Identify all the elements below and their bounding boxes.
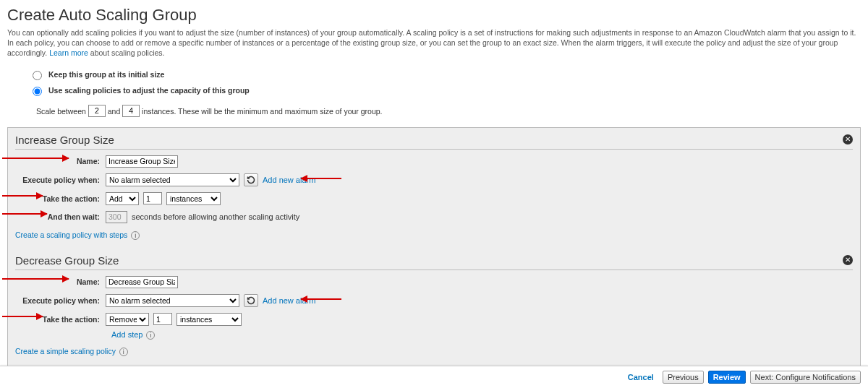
- scale-suffix: instances. These will be the minimum and…: [142, 106, 382, 115]
- cancel-button[interactable]: Cancel: [628, 373, 654, 381]
- decrease-panel-title: Decrease Group Size: [15, 254, 119, 267]
- refresh-icon[interactable]: [244, 294, 258, 307]
- radio-use-label: Use scaling policies to adjust the capac…: [48, 86, 250, 95]
- scale-max-input[interactable]: [122, 105, 140, 117]
- increase-action-unit-select[interactable]: instances: [166, 192, 221, 205]
- previous-button[interactable]: Previous: [663, 371, 704, 384]
- annotation-arrow: [301, 298, 341, 300]
- annotation-arrow: [2, 213, 47, 215]
- decrease-action-op-select[interactable]: Remove: [106, 313, 149, 326]
- annotation-arrow: [301, 178, 341, 179]
- review-button[interactable]: Review: [708, 371, 746, 384]
- scale-prefix: Scale between: [36, 106, 88, 115]
- decrease-action-unit-select[interactable]: instances: [176, 313, 242, 326]
- page-title: Create Auto Scaling Group: [7, 6, 861, 25]
- annotation-arrow: [2, 316, 43, 317]
- increase-panel: Increase Group Size ✕ Name: Execute poli…: [8, 128, 860, 249]
- learn-more-link[interactable]: Learn more: [49, 48, 88, 57]
- info-icon[interactable]: i: [146, 331, 155, 340]
- scale-and: and: [108, 106, 122, 115]
- info-icon[interactable]: i: [119, 348, 128, 356]
- intro-text: You can optionally add scaling policies …: [7, 27, 861, 59]
- radio-keep[interactable]: [33, 71, 42, 80]
- scale-between-row: Scale between and instances. These will …: [36, 105, 861, 117]
- annotation-arrow: [2, 195, 43, 197]
- close-icon[interactable]: ✕: [843, 134, 853, 145]
- decrease-exec-label: Execute policy when:: [15, 296, 106, 305]
- increase-alarm-select[interactable]: No alarm selected: [106, 173, 239, 186]
- increase-action-op-select[interactable]: Add: [106, 192, 139, 205]
- decrease-name-input[interactable]: [106, 276, 178, 288]
- increase-steps-link[interactable]: Create a scaling policy with steps: [15, 230, 127, 239]
- increase-name-input[interactable]: [106, 155, 178, 168]
- radio-use[interactable]: [33, 87, 42, 96]
- radio-keep-label: Keep this group at its initial size: [48, 70, 164, 79]
- wizard-footer: Cancel Previous Review Next: Configure N…: [0, 366, 868, 388]
- decrease-action-qty-input[interactable]: [153, 313, 172, 325]
- policies-container: Increase Group Size ✕ Name: Execute poli…: [7, 127, 861, 388]
- decrease-simple-link[interactable]: Create a simple scaling policy: [15, 347, 116, 355]
- decrease-add-alarm-link[interactable]: Add new alarm: [263, 296, 315, 305]
- decrease-alarm-select[interactable]: No alarm selected: [106, 294, 239, 307]
- scale-min-input[interactable]: [88, 105, 106, 117]
- annotation-arrow: [2, 158, 69, 159]
- increase-wait-input[interactable]: [106, 211, 127, 223]
- intro-text-b: about scaling policies.: [88, 48, 165, 57]
- info-icon[interactable]: i: [131, 231, 140, 240]
- refresh-icon[interactable]: [244, 173, 258, 186]
- increase-action-qty-input[interactable]: [143, 192, 162, 204]
- next-button[interactable]: Next: Configure Notifications: [750, 371, 861, 384]
- radio-use-row[interactable]: Use scaling policies to adjust the capac…: [29, 85, 861, 96]
- close-icon[interactable]: ✕: [843, 255, 853, 265]
- radio-keep-row[interactable]: Keep this group at its initial size: [29, 69, 861, 80]
- increase-panel-title: Increase Group Size: [15, 134, 114, 146]
- annotation-arrow: [2, 278, 69, 280]
- increase-exec-label: Execute policy when:: [15, 176, 106, 184]
- increase-add-alarm-link[interactable]: Add new alarm: [263, 176, 315, 184]
- decrease-add-step-link[interactable]: Add step: [111, 330, 142, 339]
- increase-wait-suffix: seconds before allowing another scaling …: [132, 212, 299, 221]
